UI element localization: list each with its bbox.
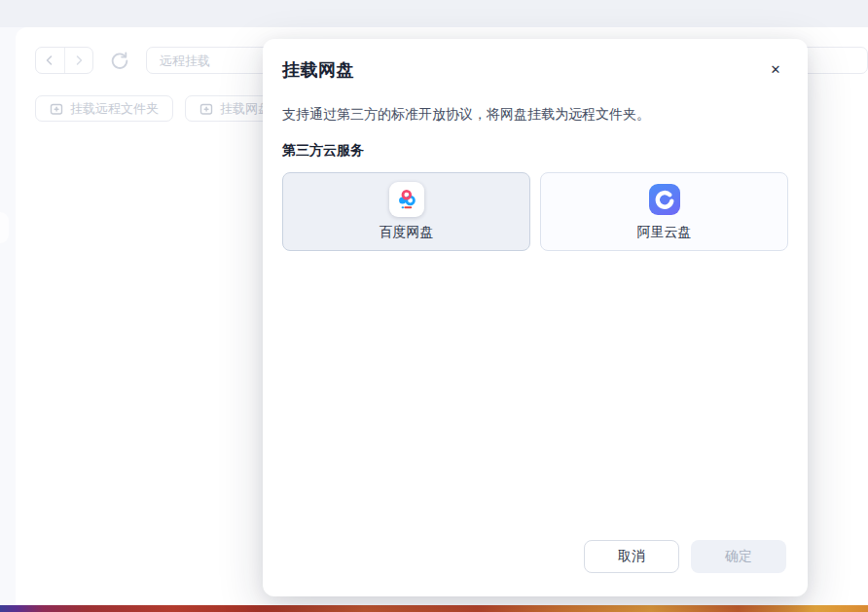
- icon-slot: [649, 182, 680, 217]
- aliyun-drive-icon: [649, 184, 680, 215]
- desktop-wallpaper-strip: [0, 605, 868, 612]
- dialog-description: 支持通过第三方的标准开放协议，将网盘挂载为远程文件夹。: [282, 104, 788, 124]
- refresh-button[interactable]: [105, 47, 134, 74]
- folder-add-icon: [199, 102, 213, 116]
- provider-card-list: 百度网盘 阿里云盘: [282, 172, 788, 251]
- dialog-close-button[interactable]: ✕: [763, 56, 788, 82]
- chevron-left-icon: [44, 54, 55, 66]
- provider-name: 百度网盘: [380, 224, 434, 241]
- history-nav: [35, 47, 93, 74]
- baidu-netdisk-icon: [389, 182, 424, 217]
- dialog-title: 挂载网盘: [282, 58, 788, 82]
- actions-row: 挂载远程文件夹 挂载网盘: [35, 95, 285, 122]
- top-strip: [0, 0, 868, 27]
- cancel-button[interactable]: 取消: [584, 540, 679, 573]
- close-icon: ✕: [771, 62, 781, 77]
- mount-remote-folder-label: 挂载远程文件夹: [70, 100, 159, 118]
- mount-netdisk-dialog: 挂载网盘 ✕ 支持通过第三方的标准开放协议，将网盘挂载为远程文件夹。 第三方云服…: [263, 39, 808, 596]
- dialog-footer: 取消 确定: [584, 540, 786, 573]
- icon-slot: [389, 182, 424, 217]
- sidebar-collapse-handle[interactable]: [0, 212, 9, 243]
- back-button[interactable]: [36, 48, 64, 73]
- provider-name: 阿里云盘: [637, 224, 692, 241]
- refresh-icon: [109, 50, 130, 71]
- third-party-section-label: 第三方云服务: [282, 142, 788, 160]
- confirm-button[interactable]: 确定: [691, 540, 786, 573]
- chevron-right-icon: [73, 54, 85, 66]
- provider-card-baidu[interactable]: 百度网盘: [282, 172, 530, 251]
- provider-card-aliyun[interactable]: 阿里云盘: [540, 172, 788, 251]
- mount-remote-folder-button[interactable]: 挂载远程文件夹: [35, 95, 173, 122]
- forward-button[interactable]: [64, 48, 93, 73]
- folder-add-icon: [50, 102, 63, 116]
